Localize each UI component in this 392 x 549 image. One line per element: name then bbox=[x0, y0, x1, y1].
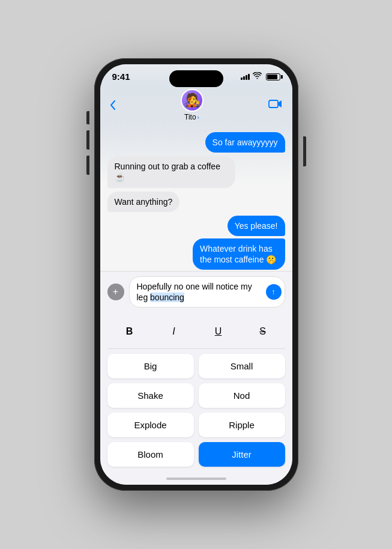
effect-big-button[interactable]: Big bbox=[107, 354, 194, 378]
video-call-button[interactable] bbox=[268, 99, 283, 112]
selected-text: bouncing bbox=[150, 293, 184, 302]
effects-panel: B I U S Big Small Shake Nod Explode Ripp… bbox=[100, 312, 292, 474]
message-input-wrap: Hopefully no one will notice my leg boun… bbox=[129, 276, 285, 308]
back-button[interactable] bbox=[110, 100, 116, 110]
contact-name: Tito › bbox=[184, 113, 199, 121]
message-1: So far awayyyyyy bbox=[205, 132, 285, 153]
volume-up-button[interactable] bbox=[86, 130, 89, 150]
send-button[interactable]: ↑ bbox=[266, 284, 282, 300]
add-attachment-button[interactable]: + bbox=[107, 284, 124, 300]
input-area: + Hopefully no one will notice my leg bo… bbox=[100, 271, 292, 312]
silent-button[interactable] bbox=[86, 111, 89, 124]
format-italic-button[interactable]: I bbox=[163, 321, 185, 342]
input-text: Hopefully no one will notice my leg boun… bbox=[137, 281, 263, 303]
dynamic-island bbox=[169, 70, 223, 87]
nav-bar: 🧑‍🎤 Tito › bbox=[100, 85, 292, 126]
home-bar bbox=[166, 478, 226, 480]
effect-explode-button[interactable]: Explode bbox=[107, 413, 194, 437]
status-bar: 9:41 bbox=[100, 64, 292, 85]
format-row: B I U S bbox=[107, 317, 285, 349]
messages-area: So far awayyyyyy Running out to grab a c… bbox=[100, 126, 292, 271]
message-4: Yes please! bbox=[228, 216, 285, 236]
home-indicator bbox=[100, 474, 292, 485]
message-2: Running out to grab a coffee ☕ bbox=[107, 156, 235, 187]
effect-bloom-button[interactable]: Bloom bbox=[107, 442, 194, 467]
effect-small-button[interactable]: Small bbox=[199, 354, 285, 378]
effect-ripple-button[interactable]: Ripple bbox=[199, 413, 285, 437]
volume-down-button[interactable] bbox=[86, 156, 89, 175]
power-button[interactable] bbox=[303, 136, 306, 166]
phone-screen: 9:41 bbox=[100, 64, 292, 485]
format-bold-button[interactable]: B bbox=[119, 321, 140, 342]
effect-nod-button[interactable]: Nod bbox=[199, 383, 285, 408]
format-strikethrough-button[interactable]: S bbox=[252, 321, 274, 342]
status-time: 9:41 bbox=[112, 71, 130, 82]
message-input[interactable]: Hopefully no one will notice my leg boun… bbox=[129, 276, 285, 308]
format-underline-button[interactable]: U bbox=[208, 321, 229, 342]
signal-icon bbox=[241, 74, 250, 80]
wifi-icon bbox=[253, 72, 262, 81]
avatar: 🧑‍🎤 bbox=[181, 89, 204, 112]
effect-shake-button[interactable]: Shake bbox=[107, 383, 194, 408]
effects-grid: Big Small Shake Nod Explode Ripple Bloom… bbox=[107, 354, 285, 467]
phone-frame: 9:41 bbox=[94, 58, 298, 491]
message-3: Want anything? bbox=[107, 192, 180, 212]
status-icons bbox=[241, 72, 280, 81]
chevron-icon: › bbox=[198, 114, 199, 121]
svg-rect-0 bbox=[269, 100, 278, 108]
contact-info[interactable]: 🧑‍🎤 Tito › bbox=[181, 89, 204, 121]
battery-icon bbox=[266, 73, 280, 80]
effect-jitter-button[interactable]: Jitter bbox=[199, 442, 285, 467]
message-5: Whatever drink has the most caffeine 🤫 bbox=[193, 238, 285, 270]
